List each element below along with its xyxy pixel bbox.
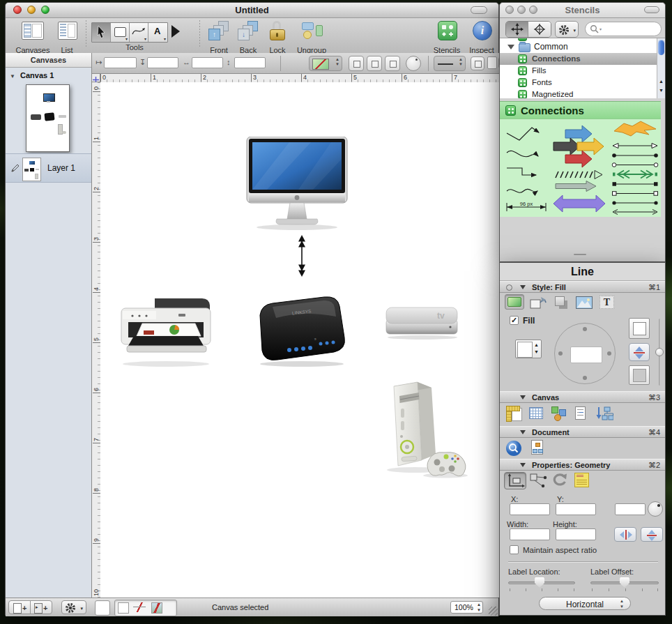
ungroup-button[interactable]: Ungroup [294,20,329,51]
main-title-bar[interactable]: Untitled [6,3,498,18]
favorite-circle-icon[interactable] [506,284,512,291]
stroke-color-well[interactable] [487,56,497,69]
stroke-preset-button-1[interactable] [349,56,364,71]
layer-row[interactable]: Layer 1 [6,153,91,183]
list-button[interactable]: List [53,20,81,51]
y-field[interactable] [556,503,596,515]
connections-tab[interactable] [529,473,549,489]
fill-blend-slider[interactable] [657,319,662,386]
canvas-outline-tab[interactable] [572,405,592,422]
fill-style-chip[interactable] [118,602,129,614]
tab-shadow[interactable] [551,294,571,311]
height-field[interactable] [556,528,596,540]
rotation-knob[interactable] [406,56,421,71]
drawing-canvas[interactable]: LINKSYS ≡ tv [100,82,500,598]
x-field[interactable] [510,503,550,515]
fill-direction-dial[interactable] [554,323,616,384]
toolbar-toggle-pill[interactable] [644,6,659,13]
geometry-tab[interactable] [504,472,526,489]
rotate-tab[interactable] [551,473,571,489]
fill-solid-button[interactable] [629,318,650,339]
disclosure-triangle-icon[interactable] [507,45,514,50]
canvas-action-menu[interactable]: ▾ [61,600,86,614]
arrow-tool[interactable] [92,23,111,42]
canvas-size-tab[interactable] [505,405,525,422]
line-style-dropdown[interactable]: ▲▼ [434,56,466,71]
canvas-grid-tab[interactable] [528,405,547,422]
document-magnify-tab[interactable] [505,440,525,457]
x-position-field[interactable] [104,57,137,68]
fill-checkbox[interactable]: ✓ [510,316,519,325]
flip-vertical-button[interactable] [641,527,663,542]
imac-object[interactable] [246,137,349,231]
style-section-header[interactable]: Style: Fill ⌘1 [500,281,665,293]
stroke-preset-button-2[interactable] [367,56,382,71]
scrollbar-thumb[interactable] [658,40,664,55]
stencils-title-bar[interactable]: Stencils [500,3,665,18]
disclosure-triangle-icon[interactable] [520,285,526,289]
line-endpoint-button[interactable] [471,56,484,70]
slider-thumb[interactable] [655,348,664,356]
fill-secondary-button[interactable] [629,365,650,385]
new-canvas-button[interactable]: + [8,600,31,614]
inspector-title[interactable]: Line [500,263,665,281]
more-tools-button[interactable] [171,25,181,39]
disclosure-triangle-icon[interactable]: ▼ [10,73,15,79]
apple-tv-object[interactable]: tv [384,304,461,342]
document-section-header[interactable]: Document ⌘4 [500,426,665,438]
connections-stencil-shapes[interactable]: 96 px [500,119,661,217]
fill-style-dropdown[interactable]: ▲▼ [309,56,342,71]
printer-object[interactable] [114,290,219,370]
canvas-item-row[interactable]: ▼ Canvas 1 [10,71,90,82]
canvas-diagram-tab[interactable] [595,405,614,422]
stencil-item-fills[interactable]: Fills [500,65,657,77]
scroll-down-arrow[interactable]: ▼ [659,88,664,93]
tab-fill[interactable] [505,294,524,310]
fill-color-well[interactable]: ▲▼ [515,340,542,358]
stencil-item-magnetized[interactable]: Magnetized [500,89,657,98]
toolbar-toggle-pill[interactable] [471,6,487,14]
width-field[interactable] [510,528,550,540]
canvas-section-header[interactable]: Canvas ⌘3 [500,391,665,403]
tab-image[interactable] [574,294,594,311]
stencil-action-menu[interactable]: ▾ [555,21,579,38]
image-style-chip[interactable] [151,602,162,614]
fill-gradient-stepper[interactable] [629,343,650,361]
stencil-item-fonts[interactable]: Fonts [500,77,657,89]
shape-tool[interactable]: ▾ [111,23,130,42]
disclosure-triangle-icon[interactable] [520,430,526,434]
y-position-field[interactable] [147,57,178,68]
tab-stroke[interactable] [528,294,548,311]
zoom-control[interactable]: 100% ▲▼ [450,601,483,614]
connector-arrow-object[interactable] [296,235,307,277]
rotation-dial[interactable] [648,501,663,517]
geometry-section-header[interactable]: Properties: Geometry ⌘2 [500,459,665,471]
stencil-search-field[interactable]: ▾ [585,22,662,36]
disclosure-triangle-icon[interactable] [520,395,526,399]
orientation-dropdown[interactable]: Horizontal ▲▼ [539,597,631,610]
rotation-field[interactable] [615,503,646,515]
width-field[interactable] [192,57,223,68]
canvas-alignment-tab[interactable] [550,405,570,422]
canvas-thumbnail[interactable] [26,84,70,152]
disclosure-triangle-icon[interactable] [520,463,526,467]
palette-resize-dash[interactable] [574,254,586,255]
stencil-magnet-mode[interactable] [528,22,551,37]
xbox-object[interactable] [373,378,472,480]
inspect-button[interactable]: i Inspect [467,20,496,51]
stencil-folder-row[interactable]: Common [500,41,657,53]
height-field[interactable] [234,57,266,68]
layer-thumbnail[interactable] [22,158,41,181]
scroll-up-arrow[interactable]: ▲ [659,79,664,84]
router-object[interactable]: LINKSYS ≡ [246,289,352,370]
new-layer-button[interactable]: ▸ + [30,600,52,614]
tab-text[interactable]: T [597,294,617,311]
stroke-preset-button-3[interactable] [385,56,400,71]
label-offset-thumb[interactable] [620,577,629,588]
note-tab[interactable] [574,473,593,489]
maintain-aspect-checkbox[interactable] [510,545,519,554]
flip-horizontal-button[interactable] [614,527,636,542]
canvas-color-swatch[interactable] [95,600,110,616]
lock-button[interactable]: Lock [265,20,290,51]
label-location-thumb[interactable] [535,577,544,588]
